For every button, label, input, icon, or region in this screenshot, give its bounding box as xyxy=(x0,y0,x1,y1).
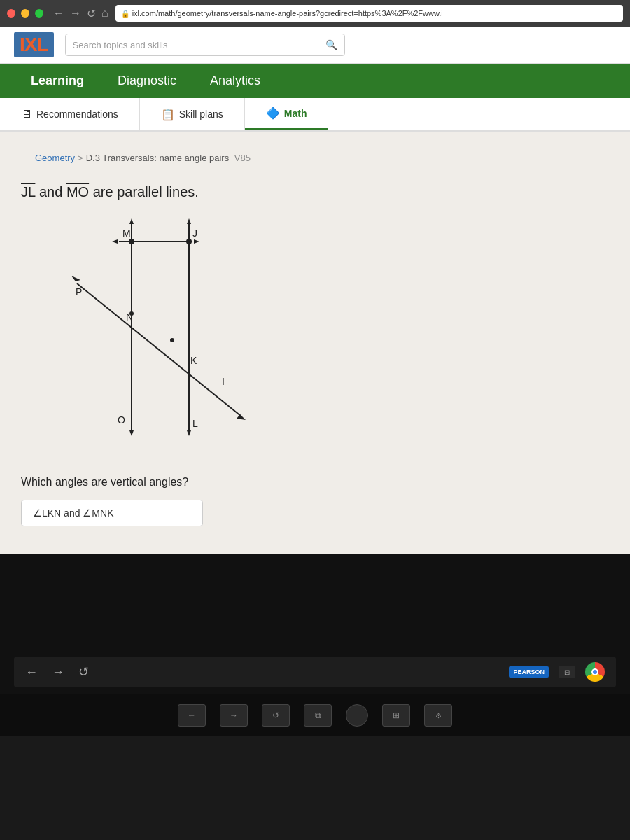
diagram-container: M J P N K I O L xyxy=(35,217,273,455)
svg-marker-11 xyxy=(130,430,134,436)
search-icon[interactable]: 🔍 xyxy=(326,39,337,50)
svg-text:I: I xyxy=(222,376,225,387)
breadcrumb-separator: > xyxy=(78,153,83,163)
svg-text:K: K xyxy=(190,355,197,366)
geometry-diagram: M J P N K I O L xyxy=(35,217,273,455)
breadcrumb: Geometry > D.3 Transversals: name angle … xyxy=(21,146,609,170)
key-refresh[interactable]: ↺ xyxy=(262,704,290,727)
tab-diagnostic[interactable]: Diagnostic xyxy=(101,64,193,98)
problem-area: JL and MO are parallel lines. xyxy=(21,184,609,526)
reload-icon[interactable]: ↺ xyxy=(85,7,97,20)
key-tiles[interactable]: ⊞ xyxy=(382,704,410,727)
lock-icon: 🔒 xyxy=(121,10,130,18)
nav-tabs: Learning Diagnostic Analytics xyxy=(0,64,630,98)
svg-text:M: M xyxy=(122,227,131,239)
chrome-icon[interactable] xyxy=(585,662,605,682)
svg-point-22 xyxy=(130,312,134,316)
svg-marker-8 xyxy=(237,414,246,420)
key-circle[interactable] xyxy=(346,704,368,727)
svg-marker-2 xyxy=(194,239,200,244)
taskbar-refresh[interactable]: ↺ xyxy=(78,664,89,680)
svg-marker-7 xyxy=(71,276,80,281)
laptop-bottom: ← → ↺ ⧉ ⊞ ⚙ xyxy=(0,694,630,736)
main-content: Geometry > D.3 Transversals: name angle … xyxy=(0,132,630,554)
dark-area: ← → ↺ PEARSON ⊟ xyxy=(0,554,630,694)
skill-plans-label: Skill plans xyxy=(179,108,223,120)
breadcrumb-skill: D.3 Transversals: name angle pairs V85 xyxy=(86,153,251,163)
svg-marker-1 xyxy=(112,239,118,244)
pearson-badge: PEARSON xyxy=(509,666,549,678)
svg-text:O: O xyxy=(118,414,125,426)
line-mo: MO xyxy=(66,184,89,200)
math-label: Math xyxy=(284,108,307,119)
question-text: Which angles are vertical angles? xyxy=(21,476,609,489)
logo-xl: XL xyxy=(24,34,48,55)
tab-analytics[interactable]: Analytics xyxy=(193,64,277,98)
search-placeholder-text: Search topics and skills xyxy=(73,40,168,50)
close-btn[interactable] xyxy=(7,9,15,18)
forward-arrow[interactable]: → xyxy=(69,7,83,20)
svg-text:J: J xyxy=(192,227,197,239)
home-icon[interactable]: ⌂ xyxy=(100,7,110,20)
logo-i: I xyxy=(20,34,24,55)
breadcrumb-geometry[interactable]: Geometry xyxy=(35,153,75,163)
sub-nav-skill-plans[interactable]: 📋 Skill plans xyxy=(140,98,245,130)
window-btn[interactable]: ⊟ xyxy=(559,666,575,678)
svg-line-6 xyxy=(77,284,241,416)
key-forward[interactable]: → xyxy=(220,704,248,727)
taskbar-forward[interactable]: → xyxy=(52,665,64,680)
sub-nav-math[interactable]: 🔷 Math xyxy=(245,98,329,130)
svg-marker-10 xyxy=(130,218,134,224)
answer-box[interactable]: ∠LKN and ∠MNK xyxy=(21,500,203,526)
svg-text:P: P xyxy=(76,286,82,298)
taskbar-back[interactable]: ← xyxy=(25,665,38,680)
line-jl: JL xyxy=(21,184,35,200)
statement-rest: are parallel lines. xyxy=(93,184,199,200)
key-window[interactable]: ⧉ xyxy=(304,704,332,727)
ixl-header: IXL Search topics and skills 🔍 xyxy=(0,27,630,64)
back-arrow[interactable]: ← xyxy=(52,7,66,20)
ixl-logo[interactable]: IXL xyxy=(14,32,54,57)
key-extra[interactable]: ⚙ xyxy=(424,704,452,727)
sub-nav: 🖥 Recommendations 📋 Skill plans 🔷 Math xyxy=(0,98,630,132)
svg-point-21 xyxy=(186,239,192,244)
math-icon: 🔷 xyxy=(266,106,280,120)
browser-content: IXL Search topics and skills 🔍 Learning … xyxy=(0,27,630,554)
browser-chrome: ← → ↺ ⌂ 🔒 ixl.com/math/geometry/transver… xyxy=(0,0,630,27)
chrome-inner-circle xyxy=(592,668,598,676)
key-back[interactable]: ← xyxy=(178,704,206,727)
recommendations-label: Recommendations xyxy=(36,108,118,120)
statement-and: and xyxy=(39,184,66,200)
recommendations-icon: 🖥 xyxy=(21,108,32,120)
tab-learning[interactable]: Learning xyxy=(14,64,101,98)
svg-point-23 xyxy=(170,338,174,342)
search-bar-container[interactable]: Search topics and skills 🔍 xyxy=(65,34,345,56)
sub-nav-recommendations[interactable]: 🖥 Recommendations xyxy=(0,98,140,130)
svg-marker-5 xyxy=(187,430,191,436)
maximize-btn[interactable] xyxy=(35,9,43,18)
minimize-btn[interactable] xyxy=(21,9,29,18)
svg-point-20 xyxy=(129,239,134,244)
answer-text: ∠LKN and ∠MNK xyxy=(33,507,113,519)
address-bar[interactable]: 🔒 ixl.com/math/geometry/transversals-nam… xyxy=(115,5,623,22)
svg-marker-4 xyxy=(187,218,191,224)
skill-plans-icon: 📋 xyxy=(161,108,175,121)
url-text: ixl.com/math/geometry/transversals-name-… xyxy=(132,9,443,18)
svg-text:L: L xyxy=(192,418,198,429)
problem-statement: JL and MO are parallel lines. xyxy=(21,184,609,200)
